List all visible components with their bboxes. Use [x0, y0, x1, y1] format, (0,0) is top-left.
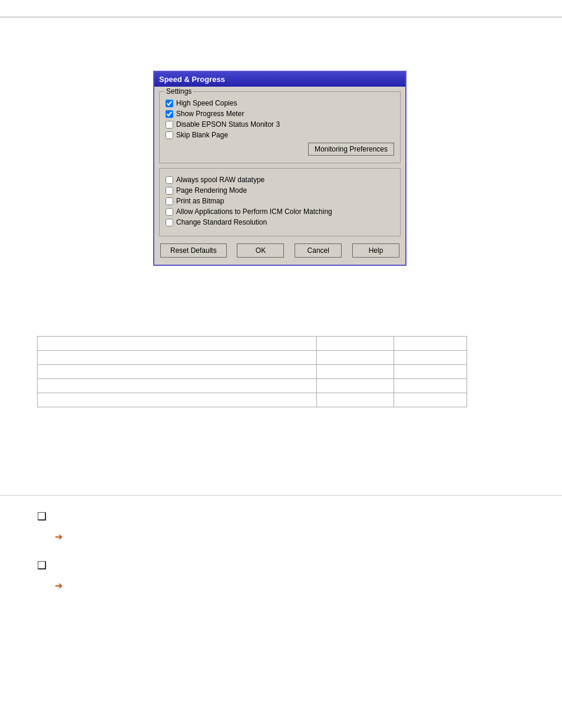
bullet-checkbox-icon-1: ❑ — [37, 508, 47, 525]
disable-epson-row: Disable EPSON Status Monitor 3 — [166, 120, 394, 129]
allow-icm-checkbox[interactable] — [166, 208, 173, 216]
high-speed-copies-row: High Speed Copies — [166, 99, 394, 107]
show-progress-checkbox[interactable] — [166, 110, 173, 118]
monitoring-preferences-button[interactable]: Monitoring Preferences — [308, 143, 394, 156]
print-bitmap-checkbox[interactable] — [166, 197, 173, 205]
skip-blank-checkbox[interactable] — [166, 131, 173, 139]
page-rendering-label: Page Rendering Mode — [176, 186, 247, 195]
bullet-section-2: ❑ ➔ — [37, 556, 526, 593]
table-row — [38, 337, 467, 351]
table-cell — [38, 337, 317, 351]
table-container — [37, 336, 467, 407]
bullet-section-1: ❑ ➔ — [37, 507, 526, 544]
top-rule — [0, 17, 562, 18]
table-cell — [38, 351, 317, 365]
arrow-item-1: ➔ — [55, 529, 526, 545]
arrow-icon-1: ➔ — [55, 529, 62, 545]
table-cell — [38, 365, 317, 379]
bullet-item-2: ❑ — [37, 556, 526, 574]
table-cell — [394, 337, 467, 351]
dialog-title: Speed & Progress — [154, 72, 405, 87]
show-progress-label: Show Progress Meter — [176, 110, 244, 118]
disable-epson-checkbox[interactable] — [166, 121, 173, 129]
table-row — [38, 365, 467, 379]
change-resolution-row: Change Standard Resolution — [166, 218, 394, 226]
cancel-button[interactable]: Cancel — [295, 243, 342, 258]
dialog-buttons: Reset Defaults OK Cancel Help — [159, 241, 401, 260]
bullet-item-1: ❑ — [37, 507, 526, 525]
table-cell — [394, 393, 467, 407]
show-progress-row: Show Progress Meter — [166, 110, 394, 118]
arrow-item-2: ➔ — [55, 578, 526, 594]
settings-legend: Settings — [164, 87, 193, 95]
high-speed-copies-label: High Speed Copies — [176, 99, 237, 107]
bottom-rule — [0, 495, 562, 496]
table-row — [38, 379, 467, 393]
disable-epson-label: Disable EPSON Status Monitor 3 — [176, 120, 280, 129]
table-row — [38, 351, 467, 365]
table-cell — [394, 351, 467, 365]
monitoring-btn-row: Monitoring Preferences — [166, 143, 394, 156]
spool-raw-checkbox[interactable] — [166, 176, 173, 184]
help-button[interactable]: Help — [352, 243, 399, 258]
spool-raw-label: Always spool RAW datatype — [176, 176, 265, 184]
table-cell — [38, 393, 317, 407]
print-bitmap-label: Print as Bitmap — [176, 197, 224, 205]
print-bitmap-row: Print as Bitmap — [166, 197, 394, 205]
reset-defaults-button[interactable]: Reset Defaults — [160, 243, 227, 258]
allow-icm-row: Allow Applications to Perform ICM Color … — [166, 207, 394, 216]
content-area: ❑ ➔ ❑ ➔ — [37, 507, 526, 605]
data-table — [37, 336, 467, 407]
arrow-icon-2: ➔ — [55, 578, 62, 594]
skip-blank-row: Skip Blank Page — [166, 131, 394, 139]
table-cell — [394, 379, 467, 393]
high-speed-copies-checkbox[interactable] — [166, 100, 173, 107]
table-row — [38, 393, 467, 407]
ok-button[interactable]: OK — [237, 243, 284, 258]
advanced-group: Always spool RAW datatype Page Rendering… — [159, 168, 401, 236]
dialog-body: Settings High Speed Copies Show Progress… — [154, 87, 405, 265]
skip-blank-label: Skip Blank Page — [176, 131, 228, 139]
settings-group: Settings High Speed Copies Show Progress… — [159, 91, 401, 163]
table-cell — [316, 393, 394, 407]
allow-icm-label: Allow Applications to Perform ICM Color … — [176, 207, 332, 216]
spool-raw-row: Always spool RAW datatype — [166, 176, 394, 184]
speed-progress-dialog: Speed & Progress Settings High Speed Cop… — [153, 71, 406, 266]
page-rendering-checkbox[interactable] — [166, 187, 173, 195]
table-cell — [316, 365, 394, 379]
table-cell — [316, 337, 394, 351]
table-cell — [394, 365, 467, 379]
change-resolution-checkbox[interactable] — [166, 219, 173, 226]
table-cell — [316, 351, 394, 365]
table-cell — [316, 379, 394, 393]
change-resolution-label: Change Standard Resolution — [176, 218, 267, 226]
bullet-checkbox-icon-2: ❑ — [37, 557, 47, 574]
dialog-container: Speed & Progress Settings High Speed Cop… — [153, 71, 406, 266]
table-cell — [38, 379, 317, 393]
page-rendering-row: Page Rendering Mode — [166, 186, 394, 195]
